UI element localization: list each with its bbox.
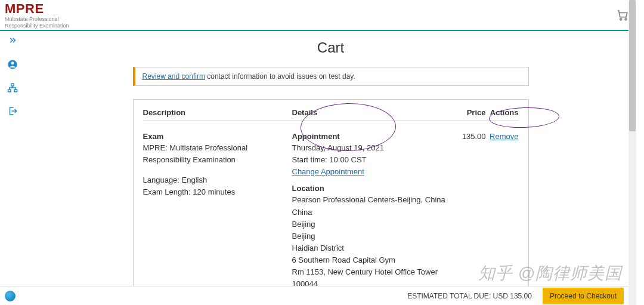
notice-text: contact information to avoid issues on t… bbox=[205, 72, 355, 81]
brand-logo: MPRE Multistate Professional Responsibil… bbox=[5, 2, 69, 29]
scrollbar-thumb[interactable] bbox=[629, 0, 636, 131]
brand-sub-2: Responsibility Examination bbox=[5, 23, 69, 29]
location-center: Pearson Professional Centers-Beijing, Ch… bbox=[292, 194, 450, 206]
pearson-badge-icon bbox=[5, 291, 16, 301]
location-city-1: Beijing bbox=[292, 218, 450, 230]
exam-label: Exam bbox=[143, 132, 292, 141]
svg-rect-6 bbox=[14, 90, 17, 92]
cart-items-block: Description Details Price Actions Exam M… bbox=[133, 99, 529, 305]
expand-icon[interactable] bbox=[7, 36, 18, 48]
top-bar: MPRE Multistate Professional Responsibil… bbox=[0, 0, 636, 31]
appointment-date: Thursday, August 19, 2021 bbox=[292, 142, 450, 154]
svg-point-1 bbox=[625, 18, 627, 20]
brand-sub-1: Multistate Professional bbox=[5, 17, 69, 22]
location-label: Location bbox=[292, 184, 450, 193]
appointment-start: Start time: 10:00 CST bbox=[292, 154, 450, 166]
location-district: Haidian District bbox=[292, 242, 450, 254]
item-price: 135.00 bbox=[450, 132, 486, 303]
location-country: China bbox=[292, 207, 450, 218]
main-content: Cart Review and confirm contact informat… bbox=[25, 31, 636, 305]
location-city-2: Beijing bbox=[292, 230, 450, 242]
cart-icon[interactable] bbox=[616, 8, 629, 23]
col-header-description: Description bbox=[143, 108, 292, 117]
logout-icon[interactable] bbox=[7, 106, 18, 118]
exam-name: MPRE: Multistate Professional Responsibi… bbox=[143, 142, 292, 166]
location-room: Rm 1153, New Century Hotel Office Tower bbox=[292, 266, 450, 278]
svg-rect-4 bbox=[11, 84, 14, 86]
sidebar bbox=[0, 31, 25, 305]
col-header-price: Price bbox=[450, 108, 486, 117]
table-header: Description Details Price Actions bbox=[143, 108, 519, 121]
footer-bar: ESTIMATED TOTAL DUE: USD 135.00 Proceed … bbox=[0, 286, 628, 305]
page-title: Cart bbox=[317, 39, 344, 56]
col-header-actions: Actions bbox=[486, 108, 519, 117]
appointment-label: Appointment bbox=[292, 132, 450, 141]
brand-main: MPRE bbox=[5, 2, 69, 16]
cart-row: Exam MPRE: Multistate Professional Respo… bbox=[143, 132, 519, 303]
vertical-scrollbar[interactable] bbox=[628, 0, 636, 305]
col-header-details: Details bbox=[292, 108, 450, 117]
account-icon[interactable] bbox=[7, 59, 18, 72]
review-confirm-link[interactable]: Review and confirm bbox=[143, 72, 205, 81]
change-appointment-link[interactable]: Change Appointment bbox=[292, 167, 364, 176]
svg-point-3 bbox=[11, 61, 14, 64]
location-street: 6 Southern Road Capital Gym bbox=[292, 254, 450, 266]
estimated-total: ESTIMATED TOTAL DUE: USD 135.00 bbox=[407, 292, 532, 300]
remove-link[interactable]: Remove bbox=[490, 132, 518, 141]
exam-length: Exam Length: 120 minutes bbox=[143, 186, 292, 198]
review-notice: Review and confirm contact information t… bbox=[133, 67, 529, 86]
exam-language: Language: English bbox=[143, 174, 292, 186]
sitemap-icon[interactable] bbox=[7, 82, 18, 95]
svg-point-0 bbox=[620, 18, 622, 20]
svg-rect-5 bbox=[8, 90, 11, 92]
proceed-to-checkout-button[interactable]: Proceed to Checkout bbox=[543, 288, 624, 304]
